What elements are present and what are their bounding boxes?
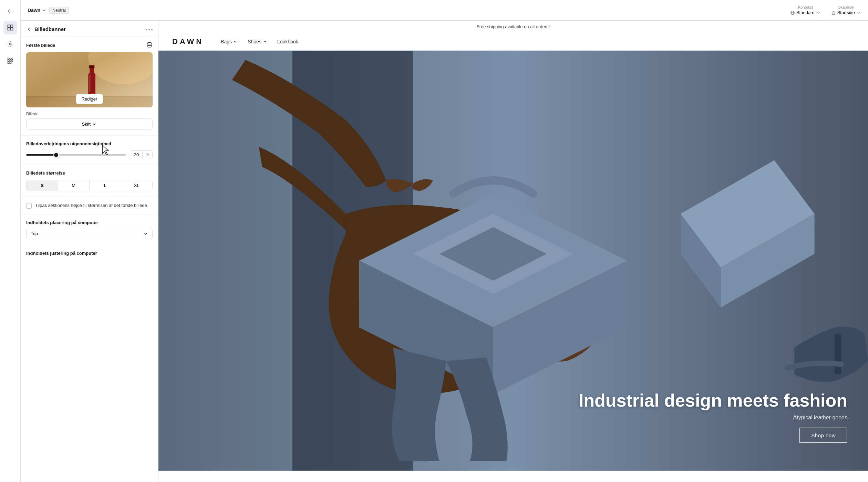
- placement-label: Indholdets placering på computer: [26, 220, 153, 225]
- hero-subtext: Atypical leather goods: [579, 415, 847, 421]
- left-nav: [0, 0, 21, 482]
- preview-area: Free shipping available on all orders! D…: [158, 21, 868, 482]
- overlay-section: Billedoverlejringens uigennemsigtighed 2…: [21, 136, 158, 165]
- panel-header: Billedbanner: [21, 21, 158, 36]
- svg-point-19: [151, 29, 153, 31]
- svg-rect-27: [90, 67, 94, 75]
- announcement-bar: Free shipping available on all orders!: [158, 21, 868, 33]
- image-change-button[interactable]: Skift: [26, 118, 153, 130]
- placement-section: Indholdets placering på computer Top: [21, 214, 158, 245]
- template-group: Skabelon Startside: [831, 5, 861, 15]
- settings-panel: Billedbanner Første billede: [21, 21, 158, 482]
- image-field: Billede Skift: [26, 112, 153, 130]
- back-icon: [26, 27, 32, 32]
- slider-thumb[interactable]: [53, 152, 59, 158]
- svg-rect-6: [10, 58, 11, 60]
- template-label: Skabelon: [838, 5, 854, 9]
- svg-point-18: [148, 29, 150, 31]
- app-name[interactable]: Dawn: [28, 8, 46, 13]
- context-label: Kontekst: [798, 5, 813, 9]
- svg-rect-5: [8, 58, 9, 60]
- size-label: Billedets størrelse: [26, 170, 153, 176]
- context-selector[interactable]: Standard: [790, 10, 821, 15]
- alignment-label: Indholdets justering på computer: [26, 251, 153, 256]
- context-group: Kontekst Standard: [790, 5, 821, 15]
- database-icon: [146, 42, 153, 48]
- size-section: Billedets størrelse S M L XL: [21, 165, 158, 197]
- panel-back-button[interactable]: [26, 27, 32, 32]
- panel-title: Billedbanner: [34, 26, 66, 32]
- svg-rect-2: [8, 28, 10, 30]
- svg-rect-0: [8, 25, 10, 28]
- svg-rect-9: [10, 60, 11, 61]
- svg-point-17: [146, 29, 147, 31]
- svg-rect-3: [10, 28, 13, 30]
- svg-rect-11: [8, 62, 9, 63]
- placement-dropdown[interactable]: Top: [26, 228, 153, 239]
- more-options-button[interactable]: [146, 27, 153, 32]
- overlay-value-number[interactable]: 20: [130, 151, 142, 159]
- image-field-label: Billede: [26, 112, 153, 116]
- svg-rect-1: [10, 25, 13, 28]
- shoes-chevron-icon: [263, 40, 267, 44]
- store-nav: DAWN Bags Shoes Lookbook: [158, 33, 868, 51]
- edit-image-button[interactable]: Rediger: [76, 94, 103, 104]
- size-xl-button[interactable]: XL: [121, 180, 153, 191]
- size-m-button[interactable]: M: [58, 180, 90, 191]
- first-image-section: Første billede: [21, 36, 158, 136]
- hero-headline: Industrial design meets fashion: [579, 391, 847, 410]
- checkbox-label: Tilpas sektionens højde til størrelsen a…: [35, 202, 147, 209]
- hero-content: Industrial design meets fashion Atypical…: [579, 391, 847, 443]
- preview-frame: Free shipping available on all orders! D…: [158, 21, 868, 482]
- overlay-value-display: 20 %: [130, 150, 153, 159]
- store-logo: DAWN: [172, 37, 204, 46]
- overlay-slider[interactable]: [26, 154, 126, 156]
- globe-icon: [790, 10, 795, 15]
- context-chevron-icon: [816, 10, 821, 15]
- overlay-label: Billedoverlejringens uigennemsigtighed: [26, 141, 153, 146]
- nav-item-bags[interactable]: Bags: [221, 39, 237, 44]
- svg-rect-28: [89, 65, 94, 69]
- alignment-section: Indholdets justering på computer: [21, 245, 158, 264]
- nav-layout-icon[interactable]: [3, 21, 17, 34]
- more-icon: [146, 29, 153, 31]
- svg-point-20: [147, 43, 152, 44]
- shop-now-button[interactable]: Shop now: [799, 428, 847, 443]
- svg-rect-10: [12, 60, 13, 61]
- svg-rect-16: [833, 13, 834, 14]
- hero-banner: Industrial design meets fashion Atypical…: [158, 51, 868, 471]
- first-image-label: Første billede: [26, 43, 55, 48]
- main-area: Billedbanner Første billede: [21, 21, 868, 482]
- nav-item-lookbook[interactable]: Lookbook: [277, 39, 298, 44]
- top-bar-center: Kontekst Standard Skabelon: [790, 5, 861, 15]
- chevron-down-icon: [92, 122, 97, 127]
- top-bar: Dawn Neutral Kontekst Standard Sk: [21, 0, 868, 21]
- size-l-button[interactable]: L: [90, 180, 121, 191]
- svg-rect-33: [835, 334, 841, 375]
- neutral-badge: Neutral: [49, 7, 69, 14]
- svg-point-4: [9, 43, 11, 45]
- size-s-button[interactable]: S: [27, 180, 58, 191]
- svg-rect-12: [10, 62, 11, 63]
- image-preview[interactable]: Rediger: [26, 52, 153, 107]
- svg-rect-29: [89, 75, 91, 93]
- template-chevron-icon: [856, 10, 861, 15]
- svg-rect-7: [12, 58, 13, 60]
- checkbox-section: Tilpas sektionens højde til størrelsen a…: [21, 197, 158, 214]
- nav-back-icon[interactable]: [3, 4, 17, 18]
- app-name-chevron-icon: [42, 8, 46, 13]
- overlay-value-unit: %: [142, 151, 152, 159]
- nav-apps-icon[interactable]: [3, 54, 17, 67]
- size-buttons: S M L XL: [26, 180, 153, 191]
- placement-chevron-icon: [143, 231, 148, 236]
- nav-settings-icon[interactable]: [3, 37, 17, 51]
- nav-item-shoes[interactable]: Shoes: [248, 39, 267, 44]
- svg-rect-8: [8, 60, 9, 61]
- bags-chevron-icon: [233, 40, 237, 44]
- adapt-height-checkbox[interactable]: [26, 203, 32, 209]
- template-selector[interactable]: Startside: [831, 10, 861, 15]
- home-icon: [831, 10, 836, 15]
